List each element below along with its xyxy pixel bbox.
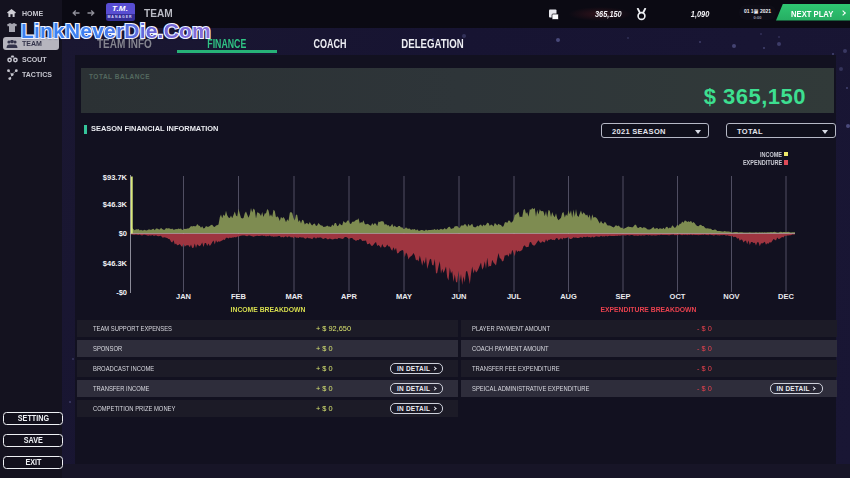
- svg-text:OCT: OCT: [670, 292, 686, 301]
- svg-text:MAY: MAY: [396, 292, 412, 301]
- svg-text:FEB: FEB: [231, 292, 247, 301]
- svg-text:$0: $0: [119, 229, 127, 238]
- svg-text:$46.3K: $46.3K: [103, 200, 128, 209]
- svg-text:JUL: JUL: [507, 292, 522, 301]
- svg-text:SEP: SEP: [615, 292, 630, 301]
- svg-text:APR: APR: [341, 292, 357, 301]
- svg-text:-$0: -$0: [116, 288, 127, 297]
- svg-text:DEC: DEC: [778, 292, 794, 301]
- svg-text:MAR: MAR: [285, 292, 303, 301]
- svg-text:NOV: NOV: [723, 292, 739, 301]
- svg-text:JAN: JAN: [176, 292, 191, 301]
- svg-text:AUG: AUG: [560, 292, 577, 301]
- svg-text:JUN: JUN: [451, 292, 466, 301]
- svg-text:$93.7K: $93.7K: [103, 173, 128, 182]
- svg-text:$46.3K: $46.3K: [103, 259, 128, 268]
